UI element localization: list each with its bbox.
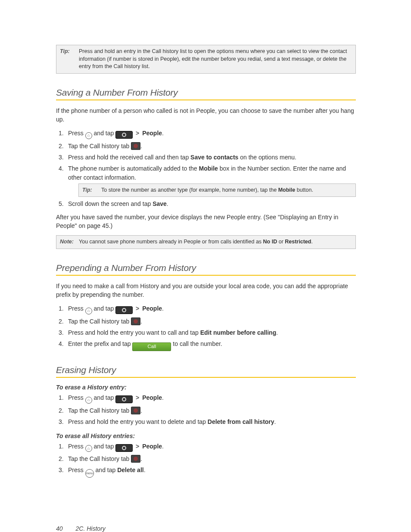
note-box: Note: You cannot save phone numbers alre… [56, 235, 356, 249]
page-footer: 40 2C. History [56, 525, 356, 532]
home-icon: ⌂ [85, 308, 92, 314]
intro-paragraph: If the phone number of a person who call… [56, 106, 356, 124]
call-button: Call [132, 342, 171, 351]
step-text: Press and hold the entry you want to cal… [68, 329, 200, 336]
step-item: Tap the Call history tab . [58, 142, 356, 150]
tip-text: To store the number as another type (for… [101, 187, 352, 194]
people-label: People [142, 305, 162, 312]
call-history-tab-icon [131, 142, 140, 150]
page-number: 40 [56, 525, 63, 532]
tip-label: Tip: [82, 187, 98, 194]
note-term: No ID [263, 239, 277, 245]
step-text: Enter the prefix and tap [68, 340, 132, 347]
step-text: . [144, 467, 146, 473]
app-key-icon [115, 395, 133, 403]
step-text: . [162, 130, 164, 137]
section-rule [56, 377, 356, 378]
step-item: Tap the Call history tab . [58, 454, 356, 463]
step-text: Scroll down the screen and tap [68, 200, 153, 207]
step-text: . [140, 407, 142, 414]
step-text: . [162, 305, 164, 312]
steps-list: Press ⌂ and tap > People. Tap the Call h… [56, 304, 356, 351]
tip-text: Press and hold an entry in the Call hist… [79, 48, 352, 71]
step-text: . [140, 455, 142, 462]
step-item: The phone number is automatically added … [58, 164, 356, 197]
chevron-right-icon: > [134, 130, 140, 137]
step-text: Press [68, 443, 85, 450]
app-key-icon [115, 444, 133, 452]
note-text-part: or [277, 239, 285, 245]
step-item: Press ⌂ and tap > People. [58, 304, 356, 314]
step-text: Press [68, 130, 85, 137]
section-rule [56, 100, 356, 100]
tip-text-part: To store the number as another type (for… [101, 187, 278, 193]
step-text: Press and hold the entry you want to del… [68, 418, 208, 425]
note-text: You cannot save phone numbers already in… [79, 238, 352, 246]
step-item: Press and hold the entry you want to del… [58, 417, 356, 426]
step-text: The phone number is automatically added … [68, 165, 199, 172]
chevron-right-icon: > [134, 305, 140, 312]
button-label: Save [153, 200, 167, 207]
people-label: People [142, 443, 162, 450]
section-rule [56, 275, 356, 276]
people-label: People [142, 394, 162, 401]
home-icon: ⌂ [85, 445, 92, 452]
step-text: Press [68, 467, 85, 473]
section-title-prepending: Prepending a Number From History [56, 263, 356, 273]
step-item: Press menu and tap Delete all. [58, 466, 356, 478]
tip-text-part: button. [295, 187, 313, 193]
tip-label: Tip: [60, 48, 75, 71]
step-text: . [167, 200, 168, 207]
button-label: Mobile [278, 187, 296, 193]
section-title-erasing: Erasing History [56, 365, 356, 375]
step-item: Scroll down the screen and tap Save. [58, 199, 356, 208]
tip-box-top: Tip: Press and hold an entry in the Call… [56, 45, 356, 74]
step-text: and tap [96, 467, 118, 473]
step-text: and tap [94, 130, 116, 137]
step-text: Press [68, 305, 85, 312]
step-text: and tap [94, 394, 116, 401]
note-label: Note: [60, 238, 75, 246]
step-text: to call the number. [173, 340, 222, 347]
step-text: . [162, 443, 164, 450]
subheading-erase-entry: To erase a History entry: [56, 384, 356, 391]
chevron-right-icon: > [134, 443, 140, 450]
step-text: . [140, 143, 142, 149]
people-label: People [142, 130, 162, 137]
step-item: Press ⌂ and tap > People. [58, 129, 356, 139]
step-text: Tap the Call history tab [68, 455, 131, 462]
step-text: . [140, 318, 142, 325]
intro-paragraph: If you need to make a call from History … [56, 282, 356, 299]
note-term: Restricted [285, 239, 311, 245]
breadcrumb: 2C. History [76, 525, 106, 532]
menu-option-label: Edit number before calling [200, 329, 277, 336]
step-text: . [162, 394, 164, 401]
note-text-part: You cannot save phone numbers already in… [79, 239, 263, 245]
step-text: . [276, 329, 278, 336]
tip-box-nested: Tip: To store the number as another type… [78, 184, 356, 197]
step-text: Press and hold the received call and the… [68, 154, 190, 161]
menu-icon: menu [85, 469, 94, 478]
app-key-icon [115, 131, 133, 139]
outro-paragraph: After you have saved the number, your de… [56, 213, 356, 230]
step-item: Enter the prefix and tap Call to call th… [58, 339, 356, 351]
step-text: Press [68, 394, 85, 401]
step-text: . [274, 418, 276, 425]
step-item: Press and hold the entry you want to cal… [58, 328, 356, 337]
step-item: Tap the Call history tab . [58, 406, 356, 415]
chevron-right-icon: > [134, 394, 140, 401]
step-text: and tap [94, 443, 116, 450]
step-text: Tap the Call history tab [68, 407, 131, 414]
steps-list: Press ⌂ and tap > People. Tap the Call h… [56, 129, 356, 208]
home-icon: ⌂ [85, 397, 92, 404]
step-item: Press and hold the received call and the… [58, 153, 356, 162]
steps-list: Press ⌂ and tap > People. Tap the Call h… [56, 442, 356, 478]
call-history-tab-icon [131, 407, 140, 414]
step-text: and tap [94, 305, 116, 312]
call-history-tab-icon [131, 455, 140, 463]
note-text-part: . [311, 239, 312, 245]
document-page: Tip: Press and hold an entry in the Call… [0, 0, 411, 532]
step-text: Tap the Call history tab [68, 143, 131, 149]
menu-option-label: Save to contacts [190, 154, 238, 161]
subheading-erase-all: To erase all History entries: [56, 432, 356, 439]
